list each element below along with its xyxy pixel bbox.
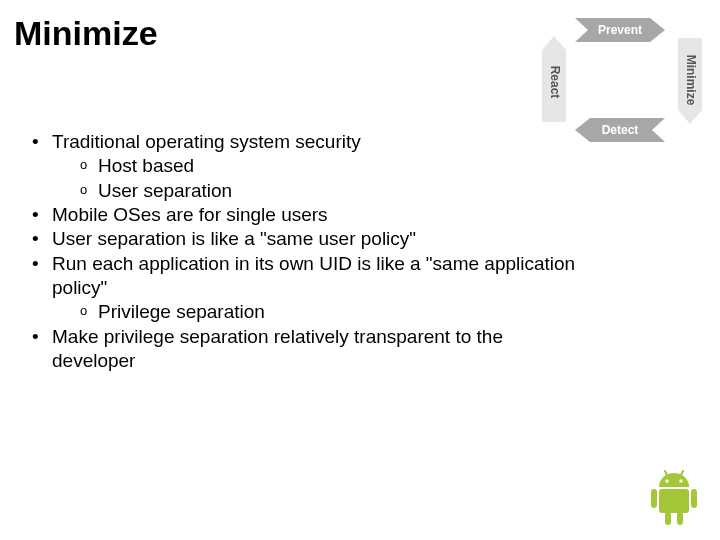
list-item: Host based [80,154,588,178]
arrow-minimize-label: Minimize [684,55,698,106]
arrow-minimize: Minimize [678,38,702,124]
svg-rect-13 [665,512,671,525]
list-item: Privilege separation [80,300,588,324]
bullet-text: Mobile OSes are for single users [52,204,328,225]
arrow-detect: Detect [575,118,665,142]
list-item: Run each application in its own UID is l… [28,252,588,325]
cycle-diagram: Prevent Minimize Detect React [530,10,710,150]
list-item: Traditional operating system security Ho… [28,130,588,203]
bullet-list: Traditional operating system security Ho… [28,130,588,373]
bullet-text: Run each application in its own UID is l… [52,253,575,298]
bullet-text: User separation is like a "same user pol… [52,228,416,249]
svg-rect-14 [677,512,683,525]
list-item: Mobile OSes are for single users [28,203,588,227]
arrow-react-label: React [548,66,562,99]
arrow-react: React [542,36,566,122]
svg-rect-10 [659,489,689,513]
svg-point-8 [665,479,669,483]
sub-bullet-text: Privilege separation [98,301,265,322]
svg-point-9 [679,479,683,483]
android-logo-icon [648,468,700,528]
arrow-prevent-label: Prevent [598,23,642,37]
bullet-text: Traditional operating system security [52,131,361,152]
list-item: User separation [80,179,588,203]
bullet-text: Make privilege separation relatively tra… [52,326,503,371]
svg-rect-11 [651,489,657,508]
arrow-prevent: Prevent [575,18,665,42]
list-item: User separation is like a "same user pol… [28,227,588,251]
svg-rect-12 [691,489,697,508]
arrow-detect-label: Detect [602,123,639,137]
slide-body: Traditional operating system security Ho… [28,130,588,373]
slide-title: Minimize [14,14,158,53]
sub-bullet-text: User separation [98,180,232,201]
sub-bullet-text: Host based [98,155,194,176]
list-item: Make privilege separation relatively tra… [28,325,588,374]
